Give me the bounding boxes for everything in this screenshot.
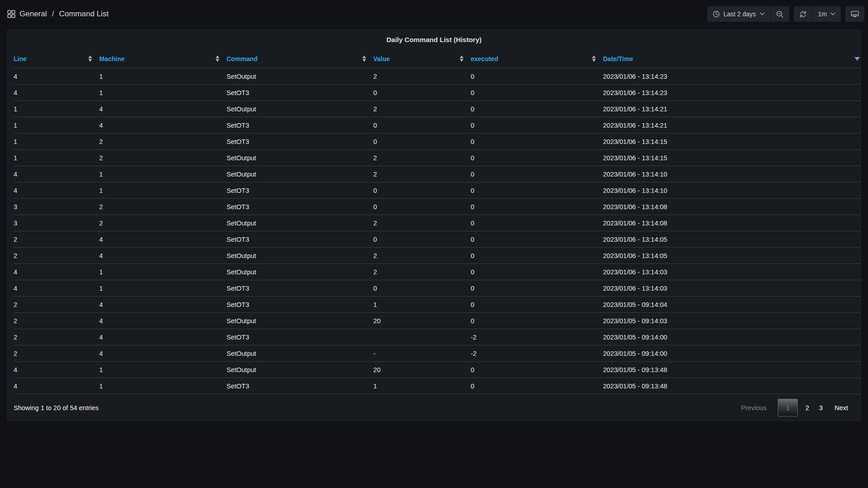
- cell-line: 4: [14, 378, 99, 394]
- cell-datetime: 2023/01/06 - 13:14:21: [603, 101, 861, 117]
- cell-datetime: 2023/01/05 - 09:14:00: [603, 345, 861, 362]
- breadcrumb-page: Command List: [59, 10, 109, 19]
- cell-datetime: 2023/01/06 - 13:14:10: [603, 182, 861, 199]
- cell-line: 2: [14, 329, 99, 345]
- cell-executed: 0: [471, 297, 603, 313]
- dashboard-grid-icon[interactable]: [7, 10, 15, 18]
- cell-executed: 0: [471, 150, 603, 166]
- top-bar: General / Command List Last 2 days: [0, 0, 868, 28]
- table-row: 4 1 SetOT3 0 0 2023/01/06 - 13:14:03: [14, 280, 861, 297]
- previous-page-button[interactable]: Previous: [736, 404, 772, 411]
- refresh-interval-label: 1m: [818, 10, 827, 18]
- cell-value: -: [373, 345, 471, 362]
- cell-value: 0: [373, 280, 471, 297]
- column-header-value[interactable]: Value: [373, 50, 471, 68]
- cell-value: 2: [373, 248, 471, 264]
- cell-command: SetOT3: [227, 85, 373, 101]
- cell-machine: 4: [99, 117, 227, 134]
- column-header-datetime[interactable]: Date/Time: [603, 50, 861, 68]
- cell-datetime: 2023/01/06 - 13:14:05: [603, 248, 861, 264]
- column-header-line[interactable]: Line: [14, 50, 99, 68]
- cell-machine: 1: [99, 264, 227, 280]
- sort-desc-icon[interactable]: [854, 57, 860, 61]
- page-button-2[interactable]: 2: [800, 404, 814, 411]
- cell-line: 1: [14, 117, 99, 134]
- cell-line: 2: [14, 248, 99, 264]
- sort-icon[interactable]: [592, 55, 596, 62]
- table-row: 1 2 SetOT3 0 0 2023/01/06 - 13:14:15: [14, 134, 861, 150]
- cell-command: SetOutput: [227, 264, 373, 280]
- entries-summary: Showing 1 to 20 of 54 entries: [14, 404, 99, 411]
- cell-value: 20: [373, 313, 471, 329]
- cell-executed: 0: [471, 215, 603, 231]
- cell-executed: -2: [471, 345, 603, 362]
- cell-executed: 0: [471, 101, 603, 117]
- cell-value: 20: [373, 362, 471, 378]
- page-button-1-active[interactable]: 1: [778, 399, 798, 416]
- cell-executed: 0: [471, 362, 603, 378]
- cell-line: 3: [14, 215, 99, 231]
- column-header-machine[interactable]: Machine: [99, 50, 227, 68]
- table-row: 3 2 SetOutput 2 0 2023/01/06 - 13:14:08: [14, 215, 861, 231]
- cell-executed: -2: [471, 329, 603, 345]
- refresh-controls-group: 1m: [794, 6, 841, 22]
- cell-datetime: 2023/01/06 - 13:14:10: [603, 166, 861, 182]
- cell-command: SetOutput: [227, 166, 373, 182]
- cell-machine: 4: [99, 345, 227, 362]
- cell-line: 2: [14, 345, 99, 362]
- cell-machine: 1: [99, 280, 227, 297]
- refresh-icon: [799, 10, 807, 18]
- time-range-picker-button[interactable]: Last 2 days: [707, 6, 770, 22]
- magnifier-minus-icon: [776, 10, 784, 18]
- cell-machine: 1: [99, 68, 227, 85]
- cell-line: 2: [14, 231, 99, 248]
- cell-machine: 4: [99, 101, 227, 117]
- cell-datetime: 2023/01/06 - 13:14:03: [603, 280, 861, 297]
- cell-value: 2: [373, 68, 471, 85]
- table-row: 4 1 SetOutput 2 0 2023/01/06 - 13:14:03: [14, 264, 861, 280]
- next-page-button[interactable]: Next: [829, 404, 853, 411]
- cell-value: 1: [373, 378, 471, 394]
- cell-executed: 0: [471, 68, 603, 85]
- sort-icon[interactable]: [362, 55, 366, 62]
- cell-datetime: 2023/01/06 - 13:14:15: [603, 150, 861, 166]
- breadcrumb-section[interactable]: General: [19, 10, 47, 19]
- cell-line: 2: [14, 313, 99, 329]
- cell-command: SetOT3: [227, 231, 373, 248]
- table-row: 2 4 SetOT3 -2 2023/01/05 - 09:14:00: [14, 329, 861, 345]
- cell-command: SetOT3: [227, 134, 373, 150]
- cell-datetime: 2023/01/05 - 09:14:03: [603, 313, 861, 329]
- cell-machine: 1: [99, 182, 227, 199]
- cell-line: 4: [14, 280, 99, 297]
- column-header-command[interactable]: Command: [227, 50, 373, 68]
- column-header-executed[interactable]: executed: [471, 50, 603, 68]
- table-row: 4 1 SetOT3 0 0 2023/01/06 - 13:14:23: [14, 85, 861, 101]
- refresh-button[interactable]: [794, 6, 812, 22]
- cell-command: SetOutput: [227, 68, 373, 85]
- table-row: 3 2 SetOT3 0 0 2023/01/06 - 13:14:08: [14, 199, 861, 215]
- cell-machine: 4: [99, 297, 227, 313]
- cell-datetime: 2023/01/05 - 09:13:48: [603, 362, 861, 378]
- cell-command: SetOutput: [227, 248, 373, 264]
- cell-datetime: 2023/01/06 - 13:14:23: [603, 85, 861, 101]
- refresh-interval-picker[interactable]: 1m: [813, 6, 841, 22]
- sort-icon[interactable]: [88, 55, 92, 62]
- cell-machine: 4: [99, 313, 227, 329]
- cell-datetime: 2023/01/06 - 13:14:08: [603, 199, 861, 215]
- view-mode-group: [845, 6, 864, 22]
- cycle-view-mode-button[interactable]: [845, 6, 864, 22]
- zoom-out-time-button[interactable]: [771, 6, 789, 22]
- cell-executed: 0: [471, 231, 603, 248]
- cell-command: SetOutput: [227, 215, 373, 231]
- panel-title: Daily Command List (History): [8, 30, 860, 50]
- cell-value: 2: [373, 150, 471, 166]
- cell-machine: 2: [99, 150, 227, 166]
- table-body: 4 1 SetOutput 2 0 2023/01/06 - 13:14:23 …: [14, 68, 861, 394]
- cell-machine: 4: [99, 231, 227, 248]
- sort-icon[interactable]: [216, 55, 219, 62]
- page-button-3[interactable]: 3: [814, 404, 828, 411]
- cell-datetime: 2023/01/06 - 13:14:21: [603, 117, 861, 134]
- table-row: 1 4 SetOutput 2 0 2023/01/06 - 13:14:21: [14, 101, 861, 117]
- cell-value: 0: [373, 182, 471, 199]
- sort-icon[interactable]: [460, 55, 463, 62]
